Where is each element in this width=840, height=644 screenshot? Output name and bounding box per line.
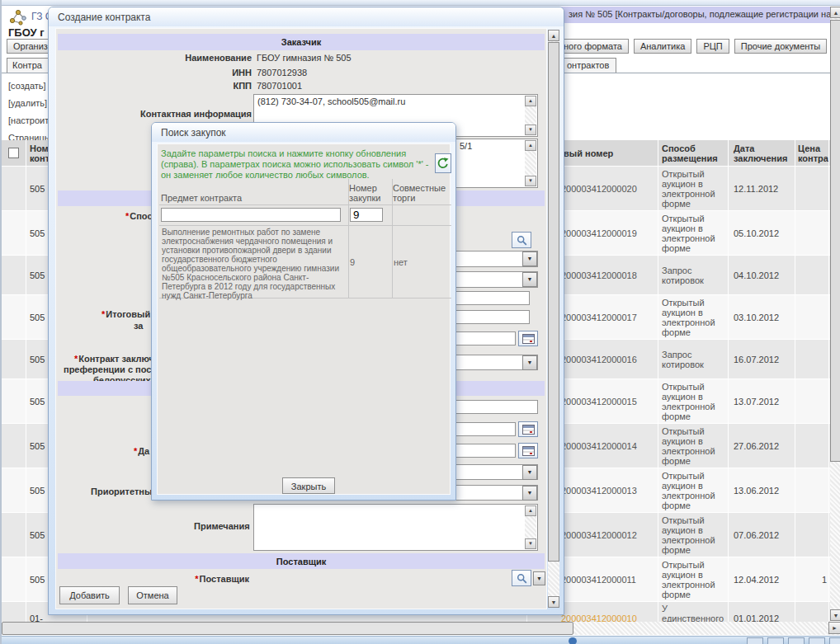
date-label: *Да <box>134 446 149 456</box>
notes-textarea[interactable]: ▲ ▼ <box>253 504 538 551</box>
row-checkbox-cell <box>2 424 26 468</box>
conclusion-date: 04.10.2012 <box>729 256 795 294</box>
placement-method: Открытый аукцион в электронной форме <box>662 471 724 510</box>
scroll-down-icon[interactable]: ▼ <box>830 609 840 621</box>
taskbar-app-icon[interactable] <box>569 637 577 644</box>
horizontal-scroll-thumb[interactable] <box>2 622 573 635</box>
calendar-button[interactable] <box>518 443 538 458</box>
scroll-up-icon[interactable]: ▲ <box>525 505 536 516</box>
col-conclusion-date: Дата заключения <box>729 140 795 166</box>
tray-item[interactable] <box>788 637 805 644</box>
settings-link[interactable]: [настроить] <box>8 112 50 129</box>
conclusion-date: 12.11.2012 <box>729 167 795 210</box>
delete-link[interactable]: [удалить] <box>8 95 50 112</box>
select-all-checkbox[interactable] <box>8 148 19 158</box>
conclusion-date: 12.04.2012 <box>729 557 795 601</box>
result-subject: Выполнение ремонтных работ по замене эле… <box>159 226 347 298</box>
search-hint: Задайте параметры поиска и нажмите кнопк… <box>161 148 432 181</box>
toolbar-button-analytics[interactable]: Аналитика <box>634 39 691 54</box>
contract-price <box>795 340 829 378</box>
page-header-title: зия № 505 [Контракты/договоры, подлежащи… <box>569 9 831 19</box>
contract-price <box>795 167 829 210</box>
calendar-icon <box>522 333 535 344</box>
chevron-down-icon[interactable]: ▼ <box>522 355 537 370</box>
col-contract-price: Цена контракта <box>795 140 829 166</box>
chevron-down-icon[interactable]: ▼ <box>522 465 537 480</box>
conclusion-date: 03.10.2012 <box>729 295 795 339</box>
purchase-search-button[interactable] <box>512 232 531 248</box>
placement-method: У единственного источника <box>662 604 724 622</box>
page-vertical-scrollbar[interactable]: ▲ ▼ <box>830 7 840 621</box>
textarea-scrollbar[interactable]: ▲ ▼ <box>525 140 536 186</box>
placement-method: Открытый аукцион в электронной форме <box>662 560 724 599</box>
result-joint: нет <box>391 226 451 298</box>
chevron-down-icon[interactable]: ▼ <box>522 272 537 287</box>
app-icon <box>8 7 28 26</box>
page-horizontal-scrollbar[interactable]: ► <box>2 622 840 635</box>
placement-method: Открытый аукцион в электронной форме <box>662 515 724 555</box>
toolbar-button-other-documents[interactable]: Прочие документы <box>734 39 828 54</box>
conclusion-date: 27.06.2012 <box>729 424 795 468</box>
dialog-scroll-thumb[interactable] <box>548 42 559 562</box>
final-protocol-label-2: за <box>134 321 143 331</box>
conclusion-date: 07.06.2012 <box>729 513 795 557</box>
tray-item[interactable] <box>829 637 840 644</box>
conclusion-date: 01.01.2012 <box>729 602 795 622</box>
textarea-scrollbar[interactable]: ▲ ▼ <box>525 96 536 135</box>
calendar-icon <box>522 424 535 435</box>
scroll-down-icon[interactable]: ▼ <box>548 596 559 608</box>
contract-price <box>795 256 829 294</box>
conclusion-date: 16.07.2012 <box>729 340 795 378</box>
kpp-value: 780701001 <box>257 81 302 91</box>
scroll-up-icon[interactable]: ▲ <box>830 7 840 18</box>
conclusion-date: 13.07.2012 <box>729 379 795 423</box>
scroll-right-icon[interactable]: ► <box>828 622 840 634</box>
dialog-title: Создание контракта <box>49 7 564 26</box>
refresh-button[interactable] <box>435 153 451 173</box>
scroll-up-icon[interactable]: ▲ <box>548 30 559 41</box>
number-filter-input[interactable] <box>350 208 383 222</box>
add-button[interactable]: Добавить <box>59 586 120 604</box>
contact-label: Контактная информация <box>140 109 252 119</box>
section-supplier: Поставщик <box>58 553 545 569</box>
organization-title: ГБОУ г <box>8 26 45 39</box>
create-link[interactable]: [создать] <box>8 78 50 95</box>
chevron-down-icon[interactable]: ▼ <box>522 251 537 266</box>
col-joint-bidding: Совместные торги <box>391 183 451 204</box>
scroll-up-icon[interactable]: ▲ <box>525 140 536 151</box>
row-checkbox-cell <box>2 256 26 294</box>
search-filter-row <box>159 206 451 226</box>
scroll-down-icon[interactable]: ▼ <box>525 125 536 135</box>
tab-contracts-register[interactable]: онтрактов <box>559 58 616 73</box>
calendar-button[interactable] <box>518 421 538 437</box>
supplier-label: *Поставщик <box>195 574 249 584</box>
chevron-down-icon[interactable]: ▼ <box>533 571 545 585</box>
tray-item[interactable] <box>767 637 784 644</box>
close-button[interactable]: Закрыть <box>282 477 335 494</box>
purchase-search-dialog: Поиск закупок Задайте параметры поиска и… <box>151 122 456 501</box>
taskbar <box>2 636 840 644</box>
row-checkbox-cell <box>2 295 26 339</box>
scroll-up-icon[interactable]: ▲ <box>525 96 536 106</box>
tray-item[interactable] <box>747 637 763 644</box>
toolbar-button-rcp[interactable]: РЦП <box>696 39 729 54</box>
preference-label: *Контракт заключ <box>74 354 154 364</box>
tab-contracts[interactable]: Контра <box>7 58 50 73</box>
scroll-down-icon[interactable]: ▼ <box>525 176 536 186</box>
contract-price <box>795 211 829 255</box>
toolbar: ольного формата Аналитика РЦП Прочие док… <box>542 39 840 54</box>
textarea-scrollbar[interactable]: ▲ ▼ <box>525 505 536 549</box>
contract-price <box>795 468 829 512</box>
scroll-down-icon[interactable]: ▼ <box>525 538 536 549</box>
search-result-row[interactable]: Выполнение ремонтных работ по замене эле… <box>159 226 451 298</box>
supplier-search-button[interactable] <box>512 570 531 586</box>
chevron-down-icon[interactable]: ▼ <box>522 486 537 501</box>
vertical-scroll-thumb[interactable] <box>830 20 840 462</box>
dialog-vertical-scrollbar[interactable]: ▲ ▼ <box>548 30 559 608</box>
result-number: 9 <box>347 226 391 298</box>
cancel-button[interactable]: Отмена <box>128 586 177 604</box>
subject-filter-input[interactable] <box>161 208 341 222</box>
calendar-button[interactable] <box>518 331 538 346</box>
tray-item[interactable] <box>809 637 825 644</box>
search-icon <box>517 573 527 584</box>
